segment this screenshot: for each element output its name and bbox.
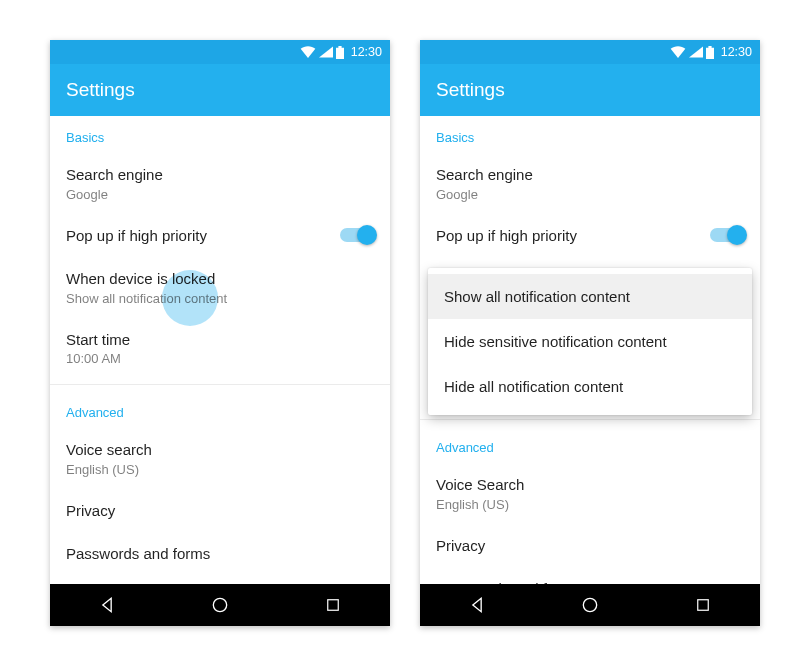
signal-icon [319, 46, 333, 58]
toggle-switch[interactable] [710, 228, 744, 242]
setting-search-engine[interactable]: Search engine Google [50, 153, 390, 214]
svg-rect-1 [328, 600, 339, 611]
setting-subtitle: Google [436, 187, 744, 202]
setting-privacy[interactable]: Privacy [420, 524, 760, 568]
wifi-icon [300, 46, 316, 58]
setting-voice-search[interactable]: Voice Search English (US) [420, 463, 760, 524]
setting-privacy[interactable]: Privacy [50, 489, 390, 533]
page-title: Settings [436, 79, 505, 101]
nav-home-button[interactable] [566, 584, 614, 626]
dropdown-option-hide-all[interactable]: Hide all notification content [428, 364, 752, 409]
setting-title: Pop up if high priority [66, 226, 340, 246]
svg-point-2 [583, 598, 596, 611]
dropdown-option-hide-sensitive[interactable]: Hide sensitive notification content [428, 319, 752, 364]
setting-title: Passwords and forms [66, 544, 374, 564]
setting-title: Voice search [66, 440, 374, 460]
setting-popup-priority[interactable]: Pop up if high priority [50, 214, 390, 258]
nav-bar [420, 584, 760, 626]
setting-title: Search engine [436, 165, 744, 185]
setting-title: Voice Search [436, 475, 744, 495]
section-header-advanced: Advanced [420, 426, 760, 463]
setting-title: Privacy [66, 501, 374, 521]
nav-recent-button[interactable] [679, 584, 727, 626]
battery-icon [336, 46, 344, 59]
nav-recent-button[interactable] [309, 584, 357, 626]
setting-title: Privacy [436, 536, 744, 556]
app-bar: Settings [50, 64, 390, 116]
battery-icon [706, 46, 714, 59]
settings-content: Basics Search engine Google Pop up if hi… [420, 116, 760, 584]
notification-dropdown: Show all notification content Hide sensi… [428, 268, 752, 415]
status-time: 12:30 [351, 45, 382, 59]
settings-content: Basics Search engine Google Pop up if hi… [50, 116, 390, 584]
phone-right: 12:30 Settings Basics Search engine Goog… [420, 40, 760, 626]
setting-subtitle: English (US) [436, 497, 744, 512]
section-header-basics: Basics [420, 116, 760, 153]
status-time: 12:30 [721, 45, 752, 59]
svg-point-0 [213, 598, 226, 611]
setting-start-time[interactable]: Start time 10:00 AM [50, 318, 390, 379]
setting-title: Pop up if high priority [436, 226, 710, 246]
setting-title: When device is locked [66, 269, 374, 289]
status-bar: 12:30 [420, 40, 760, 64]
nav-home-button[interactable] [196, 584, 244, 626]
setting-title: Passwords and forms [436, 579, 744, 584]
setting-popup-priority[interactable]: Pop up if high priority [420, 214, 760, 258]
phone-left: 12:30 Settings Basics Search engine Goog… [50, 40, 390, 626]
divider [50, 384, 390, 385]
dropdown-option-show-all[interactable]: Show all notification content [428, 274, 752, 319]
setting-device-locked[interactable]: When device is locked Show all notificat… [50, 257, 390, 318]
setting-subtitle: English (US) [66, 462, 374, 477]
divider [420, 419, 760, 420]
wifi-icon [670, 46, 686, 58]
status-bar: 12:30 [50, 40, 390, 64]
signal-icon [689, 46, 703, 58]
nav-back-button[interactable] [83, 584, 131, 626]
page-title: Settings [66, 79, 135, 101]
section-header-advanced: Advanced [50, 391, 390, 428]
setting-subtitle: Google [66, 187, 374, 202]
nav-back-button[interactable] [453, 584, 501, 626]
app-bar: Settings [420, 64, 760, 116]
setting-title: Start time [66, 330, 374, 350]
setting-passwords-forms[interactable]: Passwords and forms [50, 532, 390, 576]
setting-subtitle: 10:00 AM [66, 351, 374, 366]
setting-title: Search engine [66, 165, 374, 185]
toggle-switch[interactable] [340, 228, 374, 242]
svg-rect-3 [698, 600, 709, 611]
nav-bar [50, 584, 390, 626]
setting-voice-search[interactable]: Voice search English (US) [50, 428, 390, 489]
setting-search-engine[interactable]: Search engine Google [420, 153, 760, 214]
section-header-basics: Basics [50, 116, 390, 153]
setting-subtitle: Show all notification content [66, 291, 374, 306]
setting-passwords-forms[interactable]: Passwords and forms [420, 567, 760, 584]
